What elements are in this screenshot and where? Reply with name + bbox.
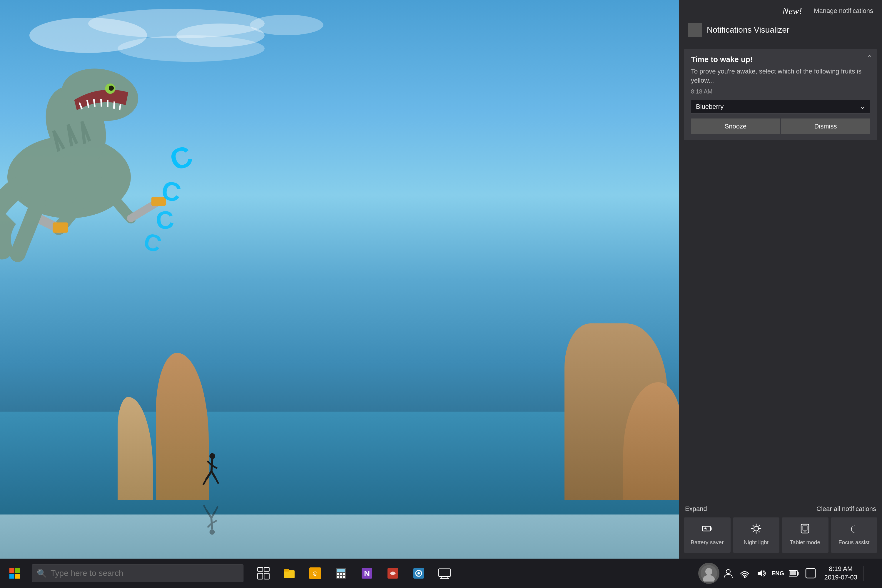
svg-rect-83 bbox=[797, 572, 799, 575]
svg-rect-53 bbox=[264, 573, 269, 579]
svg-point-71 bbox=[417, 572, 420, 574]
app-orange-icon: ☺ bbox=[309, 567, 322, 580]
battery-tray-icon[interactable] bbox=[786, 566, 802, 581]
manage-notifications-button[interactable]: Manage notifications bbox=[814, 7, 873, 15]
svg-line-25 bbox=[212, 511, 215, 518]
battery-saver-button[interactable]: Battery saver bbox=[684, 518, 730, 553]
notification-header: New! Manage notifications bbox=[679, 0, 882, 20]
search-input[interactable] bbox=[51, 568, 238, 578]
action-center-icon bbox=[805, 568, 816, 579]
svg-rect-63 bbox=[337, 576, 339, 578]
svg-rect-65 bbox=[343, 576, 345, 578]
svg-line-46 bbox=[753, 531, 754, 532]
avatar-icon bbox=[700, 565, 717, 582]
clock[interactable]: 8:19 AM 2019-07-03 bbox=[819, 564, 862, 583]
file-explorer-button[interactable] bbox=[278, 561, 301, 585]
svg-point-20 bbox=[209, 530, 214, 535]
svg-rect-55 bbox=[284, 569, 289, 572]
win-tile-green bbox=[15, 568, 20, 573]
runner bbox=[200, 453, 220, 494]
svg-rect-7 bbox=[52, 222, 68, 233]
win-tile-yellow bbox=[15, 574, 20, 579]
focus-assist-button[interactable]: Focus assist bbox=[831, 518, 878, 553]
app-red-icon bbox=[386, 567, 399, 580]
task-view-button[interactable] bbox=[252, 561, 275, 585]
svg-rect-29 bbox=[695, 26, 699, 30]
people-button[interactable] bbox=[721, 566, 736, 581]
windows-logo bbox=[9, 568, 20, 579]
svg-rect-33 bbox=[711, 527, 712, 530]
svg-point-12 bbox=[209, 453, 215, 459]
clear-all-button[interactable]: Clear all notifications bbox=[816, 505, 876, 513]
night-light-icon bbox=[751, 524, 762, 536]
svg-rect-62 bbox=[343, 573, 345, 575]
svg-point-80 bbox=[744, 576, 746, 578]
night-light-label: Night light bbox=[744, 539, 769, 546]
expand-button[interactable]: Expand bbox=[685, 505, 707, 513]
show-desktop-button[interactable] bbox=[863, 566, 879, 581]
svg-line-19 bbox=[216, 478, 219, 484]
action-center-button[interactable] bbox=[803, 566, 818, 581]
svg-rect-59 bbox=[337, 569, 345, 572]
notification-card-body: To prove you're awake, select which of t… bbox=[691, 67, 870, 85]
svg-rect-85 bbox=[806, 568, 815, 578]
snooze-button[interactable]: Snooze bbox=[691, 118, 780, 134]
calculator-button[interactable] bbox=[329, 561, 353, 585]
onenote-icon: N bbox=[360, 567, 374, 580]
language-button[interactable]: ENG bbox=[770, 566, 785, 581]
virtual-desktop-icon bbox=[438, 567, 451, 580]
svg-rect-49 bbox=[802, 526, 807, 530]
svg-rect-50 bbox=[258, 567, 263, 571]
taskbar-apps: ☺ N bbox=[252, 561, 456, 585]
dismiss-button[interactable]: Dismiss bbox=[781, 118, 870, 134]
user-avatar[interactable] bbox=[698, 563, 719, 584]
svg-rect-52 bbox=[258, 573, 263, 579]
svg-point-4 bbox=[109, 86, 114, 91]
svg-rect-72 bbox=[439, 569, 450, 576]
svg-text:N: N bbox=[364, 569, 370, 578]
svg-rect-64 bbox=[340, 576, 342, 578]
night-light-button[interactable]: Night light bbox=[733, 518, 780, 553]
file-explorer-icon bbox=[283, 567, 296, 580]
svg-line-16 bbox=[206, 471, 212, 480]
app-blue-icon bbox=[412, 567, 425, 580]
notif-viz-app-icon bbox=[688, 23, 702, 37]
network-button[interactable] bbox=[737, 566, 752, 581]
svg-marker-81 bbox=[758, 570, 762, 577]
app-blue-button[interactable] bbox=[407, 561, 430, 585]
svg-point-77 bbox=[705, 568, 712, 575]
volume-button[interactable] bbox=[753, 566, 769, 581]
battery-tray-svg bbox=[789, 569, 800, 578]
people-icon bbox=[723, 568, 734, 579]
notification-panel: New! Manage notifications Notifications … bbox=[679, 0, 882, 559]
system-tray: ENG 8:19 AM 2019-07-03 bbox=[698, 563, 882, 584]
svg-text:☺: ☺ bbox=[312, 569, 319, 577]
svg-rect-60 bbox=[337, 573, 339, 575]
app-orange-button[interactable]: ☺ bbox=[303, 561, 327, 585]
win-tile-blue bbox=[9, 574, 14, 579]
volume-icon bbox=[756, 568, 766, 579]
dropdown-value: Blueberry bbox=[696, 103, 723, 111]
svg-rect-31 bbox=[695, 30, 699, 34]
battery-saver-label: Battery saver bbox=[691, 539, 723, 546]
calculator-icon bbox=[334, 567, 348, 580]
runner-reflection bbox=[200, 497, 220, 535]
clock-date: 2019-07-03 bbox=[824, 573, 857, 582]
notif-viz-header: Notifications Visualizer bbox=[679, 20, 882, 43]
task-view-icon bbox=[257, 567, 270, 580]
onenote-button[interactable]: N bbox=[355, 561, 379, 585]
start-button[interactable] bbox=[0, 559, 29, 588]
tablet-mode-button[interactable]: Tablet mode bbox=[782, 518, 828, 553]
app-red-button[interactable] bbox=[381, 561, 405, 585]
virtual-desktop-button[interactable] bbox=[433, 561, 456, 585]
svg-line-44 bbox=[759, 531, 760, 532]
search-bar[interactable]: 🔍 bbox=[32, 564, 243, 582]
dropdown-chevron-icon: ⌄ bbox=[860, 103, 865, 111]
svg-point-38 bbox=[754, 526, 759, 531]
notification-card: ⌃ Time to wake up! To prove you're awake… bbox=[684, 49, 877, 140]
focus-assist-label: Focus assist bbox=[838, 539, 870, 546]
clock-time: 8:19 AM bbox=[829, 565, 853, 573]
fruit-dropdown[interactable]: Blueberry ⌄ bbox=[691, 100, 870, 114]
taskbar: 🔍 ☺ bbox=[0, 559, 882, 588]
notification-collapse-button[interactable]: ⌃ bbox=[867, 54, 873, 62]
